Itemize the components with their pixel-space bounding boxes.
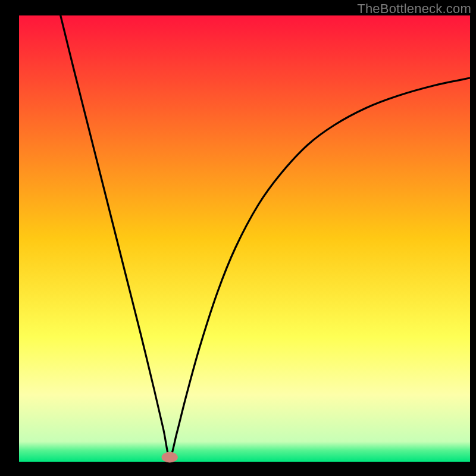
optimal-marker xyxy=(162,452,178,463)
watermark-text: TheBottleneck.com xyxy=(357,1,471,17)
bottleneck-chart xyxy=(0,0,476,476)
chart-frame: TheBottleneck.com xyxy=(0,0,476,476)
plot-background xyxy=(19,15,470,462)
